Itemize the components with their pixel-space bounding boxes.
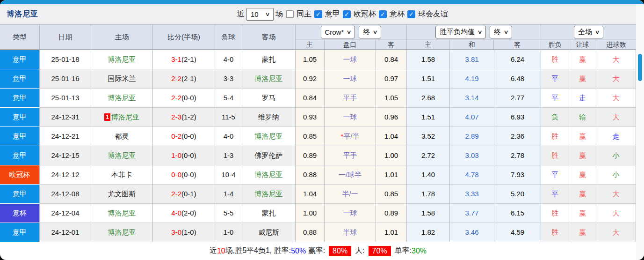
- goals-result-cell: 大: [596, 108, 636, 127]
- full-time-score: 3-0: [171, 228, 181, 236]
- recent-count-select[interactable]: 10 ∨: [246, 8, 274, 21]
- score-cell: 2-2(2-1): [153, 69, 215, 89]
- league-type-cell: 意甲: [0, 89, 40, 108]
- score-cell: 3-0(1-0): [153, 223, 215, 242]
- summary-single-rate: 30%: [412, 247, 427, 255]
- score-cell: 2-3(1-2): [153, 108, 215, 127]
- away-team-cell: 威尼斯: [242, 223, 296, 242]
- corner-count: 5-5: [224, 209, 234, 217]
- avg-draw-value: 4.19: [465, 74, 478, 82]
- goals-result-value: 大: [613, 74, 620, 82]
- outcome-value: 胜: [551, 132, 558, 140]
- odds-home-value: 0.85: [303, 132, 317, 140]
- filter-checkbox-coppa[interactable]: ✓: [379, 10, 387, 18]
- odds-home-cell: 0.84: [296, 89, 325, 108]
- avg-home-cell: 2.72: [407, 146, 450, 165]
- table-row: 意甲25-01-13博洛尼亚2-2(0-0)5-4罗马0.84平手1.052.6…: [0, 89, 636, 108]
- odds-home-cell: 0.89: [296, 146, 325, 165]
- handicap-result-value: 输: [579, 113, 586, 121]
- bookmaker-select[interactable]: Crow* ∨: [321, 26, 355, 38]
- avg-away-value: 7.93: [511, 171, 524, 178]
- league-type-cell: 意甲: [0, 223, 40, 242]
- match-date: 24-12-04: [51, 209, 79, 217]
- avg-draw-cell: 3.14: [450, 89, 494, 108]
- summary-bar: 近 10 场,胜5平4负1, 胜率: 50% 赢率: 80% 大: 70% 单率…: [0, 242, 636, 260]
- scrollbar-thumb[interactable]: [638, 54, 642, 81]
- half-time-score: (2-0): [181, 209, 196, 217]
- odds-away-cell: 1.00: [376, 146, 407, 165]
- chevron-down-icon: ∨: [265, 11, 270, 17]
- odds-period-select[interactable]: 终 ∨: [359, 26, 381, 38]
- summary-single-label: 单率:: [395, 246, 412, 256]
- half-time-score: (0-0): [181, 94, 196, 102]
- corner-count: 1-4: [224, 190, 234, 198]
- away-team-cell: 蒙扎: [242, 50, 296, 69]
- filter-label-friendly: 球会友谊: [418, 9, 448, 19]
- handicap-line: 平/半: [343, 132, 359, 140]
- sub-header-handicap-result: 让球: [569, 40, 596, 49]
- avg-home-cell: 3.52: [407, 127, 450, 146]
- same-home-checkbox[interactable]: [286, 10, 294, 18]
- away-team-name: 佛罗伦萨: [255, 151, 283, 159]
- odds-away-cell: 1.04: [376, 127, 407, 146]
- table-row: 意甲24-12-01博洛尼亚3-0(1-0)1-0威尼斯0.88半球1.011.…: [0, 223, 636, 242]
- handicap-result-cell: 输: [569, 108, 596, 127]
- odds-home-cell: 1.05: [296, 50, 325, 69]
- away-team-name: 博洛尼亚: [255, 132, 283, 140]
- half-time-score: (1-0): [181, 228, 196, 236]
- odds-home-cell: 1.00: [296, 204, 325, 223]
- avg-draw-value: 4.78: [465, 171, 478, 178]
- outcome-cell: 胜: [541, 50, 569, 69]
- filter-checkbox-ucl[interactable]: ✓: [343, 10, 351, 18]
- away-team-cell: 罗马: [242, 89, 296, 108]
- half-time-score: (0-0): [181, 171, 196, 178]
- avg-away-value: 5.20: [511, 190, 524, 198]
- avg-away-value: 2.78: [511, 151, 524, 159]
- home-team-cell: 博洛尼亚: [91, 223, 153, 242]
- goals-result-cell: 大: [596, 185, 636, 204]
- filter-checkbox-friendly[interactable]: ✓: [407, 10, 415, 18]
- handicap-result-cell: 走: [569, 89, 596, 108]
- corner-cell: 5-5: [215, 204, 242, 223]
- score-cell: 2-2(0-0): [153, 89, 215, 108]
- summary-record: 场,胜5平4负1, 胜率:: [225, 246, 291, 256]
- handicap-line: 一球: [343, 55, 357, 63]
- table-body: 意甲25-01-18博洛尼亚3-1(2-1)4-0蒙扎1.05一球0.841.5…: [0, 50, 636, 242]
- avg-draw-value: 3.77: [465, 209, 478, 217]
- score-cell: 0-0(0-0): [153, 165, 215, 185]
- match-date: 24-12-31: [51, 113, 79, 121]
- odds-away-value: 1.05: [384, 94, 398, 102]
- home-team-cell: 1博洛尼亚: [91, 108, 153, 127]
- table-row: 意甲24-12-08尤文图斯2-2(0-1)1-4博洛尼亚1.04半/一0.85…: [0, 185, 636, 204]
- handicap-cell: 一/球半: [325, 165, 376, 185]
- goals-result-value: 大: [613, 209, 620, 217]
- goals-result-cell: 大: [596, 69, 636, 89]
- avg-home-value: 3.52: [421, 132, 435, 140]
- avg-home-value: 1.40: [421, 171, 435, 178]
- average-metric-select[interactable]: 胜平负均值 ∨: [435, 26, 486, 38]
- col-header-away: 客场: [242, 25, 296, 49]
- score-cell: 0-2(0-0): [153, 127, 215, 146]
- goals-result-cell: 大: [596, 223, 636, 242]
- league-type-label: 意杯: [13, 209, 27, 217]
- full-time-score: 2-2: [171, 190, 181, 198]
- handicap-result-cell: 赢: [569, 50, 596, 69]
- avg-draw-cell: 3.77: [450, 204, 494, 223]
- goals-result-value: 大: [613, 55, 620, 63]
- scrollbar-track[interactable]: [636, 4, 644, 260]
- away-team-name: 蒙扎: [262, 209, 276, 217]
- odds-home-cell: 1.04: [296, 185, 325, 204]
- home-team-name: 博洛尼亚: [108, 55, 136, 63]
- avg-draw-cell: 4.19: [450, 69, 494, 89]
- corner-count: 1-0: [224, 228, 234, 236]
- odds-home-value: 1.04: [303, 190, 317, 198]
- goals-result-cell: 大: [596, 50, 636, 69]
- average-period-select[interactable]: 终 ∨: [490, 26, 512, 38]
- handicap-result-cell: 赢: [569, 69, 596, 89]
- filter-checkbox-serie-a[interactable]: ✓: [314, 10, 322, 18]
- league-type-label: 意甲: [13, 55, 27, 63]
- outcome-value: 胜: [551, 228, 558, 236]
- scope-select[interactable]: 全场 ∨: [574, 26, 603, 38]
- summary-count: 10: [217, 247, 225, 255]
- full-time-score: 1-0: [171, 151, 181, 159]
